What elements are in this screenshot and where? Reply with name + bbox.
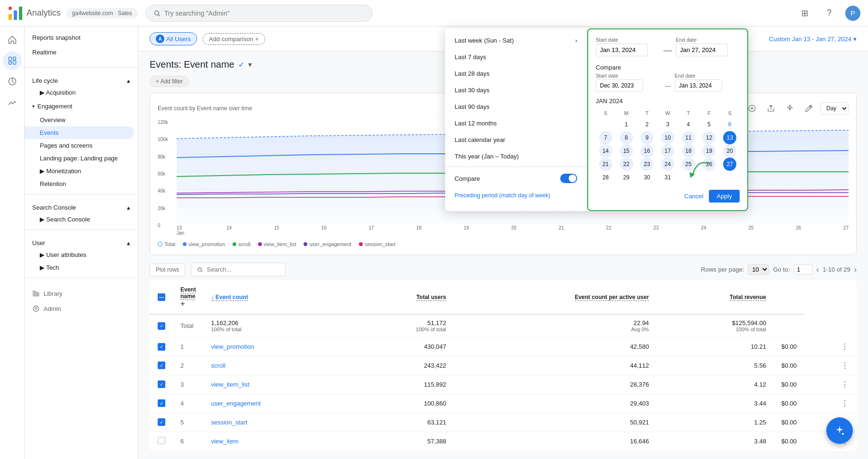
go-to-input[interactable] [794, 265, 813, 274]
help-icon[interactable]: ? [821, 5, 838, 22]
cal-day-28[interactable]: 28 [599, 171, 612, 184]
table-search[interactable] [191, 263, 286, 276]
select-all-header[interactable]: — [150, 281, 173, 315]
preset-last-7-days[interactable]: Last 7 days [445, 49, 587, 65]
sidebar-item-overview[interactable]: Overview [25, 114, 134, 126]
event-name-link-6[interactable]: view_item [211, 438, 239, 445]
compare-end-input[interactable] [675, 79, 722, 92]
add-filter-button[interactable]: + Add filter [150, 76, 189, 87]
grid-icon[interactable]: ⊞ [796, 5, 813, 22]
cal-day-11[interactable]: 11 [682, 131, 695, 144]
sidebar-item-landing-page[interactable]: Landing page: Landing page [25, 152, 134, 165]
compare-option[interactable]: Compare [445, 169, 587, 188]
share-icon[interactable] [763, 101, 779, 116]
calendar-cancel-button[interactable]: Cancel [684, 193, 703, 200]
cal-day-3[interactable]: 3 [661, 118, 674, 131]
cal-day-23[interactable]: 23 [640, 158, 653, 171]
search-bar[interactable] [145, 5, 373, 22]
search-console-caret[interactable]: ▴ [127, 204, 130, 211]
cal-day-21[interactable]: 21 [599, 158, 612, 171]
cal-day-8[interactable]: 8 [620, 131, 633, 144]
event-name-link-3[interactable]: view_item_list [211, 381, 250, 388]
engagement-header[interactable]: ▾ Engagement [25, 99, 138, 114]
add-column-btn[interactable]: + [180, 300, 185, 308]
home-icon-btn[interactable] [3, 30, 22, 49]
plot-rows-button[interactable]: Plot rows [150, 263, 185, 276]
page-prev-btn[interactable]: ‹ [816, 265, 819, 274]
sidebar-item-events[interactable]: Events [25, 126, 134, 139]
event-count-header[interactable]: ↓ Event count [204, 281, 350, 315]
cal-day-7[interactable]: 7 [599, 131, 612, 144]
sidebar-item-user-attributes[interactable]: ▶ User attributes [25, 248, 134, 261]
row-2-menu[interactable]: ⋮ [841, 362, 849, 370]
sidebar-item-tech[interactable]: ▶ Tech [25, 261, 134, 274]
advertising-icon-btn[interactable] [3, 93, 22, 112]
row-1-menu[interactable]: ⋮ [841, 343, 849, 351]
all-users-filter[interactable]: A All Users [150, 32, 197, 45]
reports-icon-btn[interactable] [3, 51, 22, 70]
sidebar-item-realtime[interactable]: Realtime [25, 45, 134, 60]
user-caret[interactable]: ▴ [127, 239, 130, 247]
event-name-link-1[interactable]: view_promotion [211, 343, 254, 350]
per-user-header[interactable]: Event count per active user [454, 281, 656, 315]
account-pill[interactable]: ga4website.com · Sales [66, 8, 138, 18]
add-comparison-btn[interactable]: Add comparison + [203, 33, 265, 45]
cal-day-31[interactable]: 31 [661, 171, 674, 184]
page-next-btn[interactable]: › [854, 265, 857, 274]
row-1-checkbox[interactable]: ✓ [158, 343, 165, 351]
cal-day-4[interactable]: 4 [682, 118, 695, 131]
row-3-menu[interactable]: ⋮ [841, 380, 849, 388]
cal-day-13[interactable]: 13 [723, 131, 736, 144]
sidebar-item-reports-snapshot[interactable]: Reports snapshot [25, 30, 134, 45]
cal-day-14[interactable]: 14 [599, 144, 612, 158]
search-input[interactable] [164, 9, 365, 17]
cal-day-10[interactable]: 10 [661, 131, 674, 144]
date-range-picker[interactable]: Custom Jan 13 - Jan 27, 2024 ▾ [769, 35, 857, 43]
cal-day-17[interactable]: 17 [661, 144, 674, 158]
sidebar-item-library[interactable]: Library [32, 286, 130, 301]
cal-day-12[interactable]: 12 [702, 131, 716, 144]
cal-day-16[interactable]: 16 [640, 144, 653, 158]
sidebar-item-pages-screens[interactable]: Pages and screens [25, 139, 134, 152]
preset-last-28-days[interactable]: Last 28 days [445, 65, 587, 82]
cal-day-5[interactable]: 5 [702, 118, 716, 131]
calendar-apply-button[interactable]: Apply [709, 190, 740, 203]
edit-icon[interactable] [801, 101, 816, 116]
rows-per-page-select[interactable]: 10 25 50 [748, 264, 769, 275]
lifecycle-caret[interactable]: ▴ [127, 77, 130, 84]
sidebar-item-search-console[interactable]: ▶ Search Console [25, 213, 134, 226]
row-2-checkbox[interactable]: ✓ [158, 362, 165, 369]
ai-icon[interactable] [782, 101, 797, 116]
preset-last-90-days[interactable]: Last 90 days [445, 98, 587, 115]
event-name-header[interactable]: Event name + [173, 281, 204, 315]
sidebar-item-admin[interactable]: Admin [32, 301, 130, 316]
revenue-header[interactable]: Total revenue [656, 281, 774, 315]
search-console-section-title[interactable]: Search Console ▴ [25, 198, 138, 213]
event-name-link-4[interactable]: user_engagement [211, 400, 261, 407]
start-date-input[interactable] [596, 44, 648, 56]
sidebar-item-retention[interactable]: Retention [25, 177, 134, 190]
event-name-link-2[interactable]: scroll [211, 362, 225, 369]
avatar[interactable]: P [845, 6, 860, 21]
row-6-checkbox[interactable] [158, 437, 165, 444]
total-checkbox[interactable]: ✓ [158, 322, 165, 330]
cal-day-27[interactable]: 27 [723, 158, 736, 171]
lifecycle-section-title[interactable]: Life cycle ▴ [25, 71, 138, 86]
fab-button[interactable] [826, 417, 853, 444]
compare-start-input[interactable] [596, 79, 643, 92]
user-section-title[interactable]: User ▴ [25, 234, 138, 248]
day-selector[interactable]: Day [820, 102, 849, 115]
row-3-checkbox[interactable]: ✓ [158, 380, 165, 388]
table-search-input[interactable] [207, 266, 280, 273]
row-4-checkbox[interactable]: ✓ [158, 399, 165, 407]
cal-day-30[interactable]: 30 [640, 171, 653, 184]
cal-day-29[interactable]: 29 [620, 171, 633, 184]
cal-day-6[interactable]: 6 [723, 118, 736, 131]
row-4-menu[interactable]: ⋮ [841, 399, 849, 407]
preset-last-calendar-year[interactable]: Last calendar year [445, 132, 587, 148]
preset-this-year[interactable]: This year (Jan – Today) [445, 148, 587, 165]
end-date-input[interactable] [676, 44, 728, 56]
preset-last-12-months[interactable]: Last 12 months [445, 115, 587, 132]
sidebar-item-acquisition[interactable]: ▶ Acquisition [25, 86, 134, 99]
cal-day-9[interactable]: 9 [640, 131, 653, 144]
